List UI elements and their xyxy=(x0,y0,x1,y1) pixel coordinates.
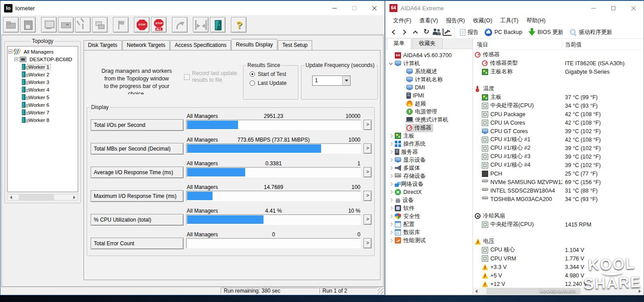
menu-item-3[interactable]: 收藏(O) xyxy=(469,17,496,25)
expander-closed-icon[interactable] xyxy=(388,229,394,235)
tree-item-电源管理[interactable]: 电源管理 xyxy=(386,108,473,116)
stop-test-button[interactable]: STOP xyxy=(134,17,150,33)
tree-item-dmi[interactable]: DMI xyxy=(386,84,473,92)
tree-item-网络设备[interactable]: 网络设备 xyxy=(386,180,473,188)
grid-row-传感器类型[interactable]: 传感器类型ITE IT8620E (ISA A30h) xyxy=(473,59,643,67)
tree-item-软件[interactable]: 软件 xyxy=(386,204,473,212)
grid-row-cpu-1-核心-3[interactable]: CPU #1/核心 #339 °C (102 °F) xyxy=(473,152,643,161)
radio-icon[interactable] xyxy=(250,71,255,77)
chevron-down-icon[interactable] xyxy=(342,76,350,85)
tab-results-display[interactable]: Results Display xyxy=(231,39,277,50)
grid-row-传感器[interactable]: 传感器 xyxy=(473,50,643,59)
minimize-button[interactable] xyxy=(324,1,344,15)
menu-item-1[interactable]: 查看(V) xyxy=(415,17,442,25)
tree-item-数据库[interactable]: 数据库 xyxy=(386,228,473,236)
grid-row-intel-ssdsc2bw180a4[interactable]: INTEL SSDSC2BW180A431 °C (88 °F) xyxy=(473,186,643,195)
tree-item-超频[interactable]: 超频 xyxy=(386,100,473,108)
grid-row-nvme-samsung-mzvpw128[interactable]: NVMe SAMSUNG MZVPW12869 °C (156 °F) xyxy=(473,178,643,186)
tab-network-targets[interactable]: Network Targets xyxy=(122,40,170,50)
stop-all-tests-button[interactable]: STOPALL xyxy=(151,17,167,33)
metric-button-cpu-utilization-total[interactable]: % CPU Utilization (total) xyxy=(91,214,184,226)
metric-button-total-mbs-per-second-decimal[interactable]: Total MBs per Second (Decimal) xyxy=(91,143,184,155)
expander-closed-icon[interactable] xyxy=(388,141,394,147)
menu-item-0[interactable]: 文件(F) xyxy=(389,17,415,25)
users-icon[interactable] xyxy=(432,28,443,37)
duplicate-worker-button[interactable] xyxy=(92,17,108,33)
report-button[interactable]: 报告 xyxy=(458,28,483,36)
save-test-file-button[interactable] xyxy=(20,17,36,33)
expander-closed-icon[interactable] xyxy=(388,181,394,187)
expander-closed-icon[interactable] xyxy=(388,205,394,211)
grid-row-中央处理器-cpu[interactable]: 中央处理器(CPU)34 °C (93 °F) xyxy=(473,101,643,110)
resize-grip[interactable] xyxy=(377,287,384,294)
column-current-value[interactable]: 当前值 xyxy=(565,41,582,49)
tree-item-worker[interactable]: Worker 1 xyxy=(8,63,78,71)
scrollbar-thumb[interactable] xyxy=(486,288,581,294)
expander-closed-icon[interactable] xyxy=(388,133,394,139)
grid-row-3-3-v[interactable]: +3.3 V3.344 V xyxy=(473,263,643,271)
expander-closed-icon[interactable] xyxy=(388,197,394,203)
tree-item-主板[interactable]: 主板 xyxy=(386,132,473,140)
maximize-button[interactable] xyxy=(344,1,364,15)
tree-item-计算机名称[interactable]: 计算机名称 xyxy=(386,76,473,84)
tree-item-worker[interactable]: Worker 2 xyxy=(8,71,78,78)
tree-item-directx[interactable]: DirectX xyxy=(386,188,473,196)
tree-item-manager[interactable]: DESKTOP-BC68D xyxy=(8,55,78,63)
radio-option-last-update[interactable]: Last Update xyxy=(250,80,298,86)
tree-item-all-managers[interactable]: All Managers xyxy=(8,48,78,55)
metric-button-maximum-i-o-response-time-ms[interactable]: Maximum I/O Response Time (ms) xyxy=(91,190,184,202)
record-results-checkbox[interactable] xyxy=(184,74,190,80)
fork-worker-button[interactable] xyxy=(75,17,91,33)
grid-row-cpu-gt-cores[interactable]: CPU GT Cores39 °C (102 °F) xyxy=(473,127,643,135)
tree-item-性能测试[interactable]: 性能测试 xyxy=(386,236,473,244)
expander-closed-icon[interactable] xyxy=(388,221,394,227)
metric-button-total-i-os-per-second[interactable]: Total I/Os per Second xyxy=(91,119,184,131)
metric-button-total-error-count[interactable]: Total Error Count xyxy=(91,238,184,249)
tab-access-specifications[interactable]: Access Specifications xyxy=(170,40,231,50)
panel-tab-收藏夹[interactable]: 收藏夹 xyxy=(412,38,443,49)
grid-row-5-v[interactable]: +5 V4.980 V xyxy=(473,271,643,280)
disconnect-manager-button[interactable] xyxy=(58,17,74,33)
tree-item-多媒体[interactable]: 多媒体 xyxy=(386,164,473,172)
scroll-right-icon[interactable] xyxy=(71,194,78,200)
tree-item-aida64-v5-60-3700[interactable]: AIDA64 v5.60.3700 xyxy=(386,51,473,59)
column-item[interactable]: 项目 xyxy=(477,41,488,49)
topology-horizontal-scrollbar[interactable] xyxy=(7,194,78,201)
grid-row-toshiba-mg03aca200[interactable]: TOSHIBA MG03ACA20034 °C (93 °F) xyxy=(473,195,643,203)
collapse-expander-icon[interactable] xyxy=(8,50,13,54)
tree-item-服务器[interactable]: 服务器 xyxy=(386,148,473,156)
scroll-left-icon[interactable] xyxy=(473,288,480,294)
help-button[interactable] xyxy=(231,17,247,33)
up-icon[interactable] xyxy=(410,28,421,37)
grid-horizontal-scrollbar[interactable] xyxy=(473,288,643,294)
tree-item-便携式计算机[interactable]: 便携式计算机 xyxy=(386,116,473,124)
start-manager-button[interactable] xyxy=(41,17,57,33)
close-button[interactable] xyxy=(364,1,385,15)
tree-item-系统概述[interactable]: 系统概述 xyxy=(386,67,473,76)
scroll-left-icon[interactable] xyxy=(8,194,14,200)
menu-item-5[interactable]: 帮助(H) xyxy=(523,17,549,25)
expander-closed-icon[interactable] xyxy=(388,213,394,219)
grid-row-cpu-1-核心-1[interactable]: CPU #1/核心 #142 °C (108 °F) xyxy=(473,135,643,144)
maximize-button[interactable] xyxy=(603,1,623,15)
grid-row-中央处理器-cpu[interactable]: 中央处理器(CPU)1415 RPM xyxy=(473,220,643,229)
grid-row-电压[interactable]: 电压 xyxy=(473,237,643,246)
pc-backup-button[interactable]: PC Backup xyxy=(483,28,527,36)
start-tests-button[interactable] xyxy=(113,17,129,33)
grid-row-冷却风扇[interactable]: 冷却风扇 xyxy=(473,212,643,220)
driver-update-button[interactable]: 驱动程序更新 xyxy=(568,28,616,36)
grid-row-pch[interactable]: PCH25 °C (77 °F) xyxy=(473,169,643,178)
metric-expand-button[interactable] xyxy=(364,214,372,225)
tree-item-配置[interactable]: 配置 xyxy=(386,220,473,228)
grid-row-温度[interactable]: 温度 xyxy=(473,84,643,93)
grid-row-主板名称[interactable]: 主板名称Gigabyte 9-Series xyxy=(473,67,643,76)
grid-row-cpu-vrm[interactable]: CPU VRM1.776 V xyxy=(473,254,643,263)
tree-item-显示设备[interactable]: 显示设备 xyxy=(386,156,473,164)
update-frequency-select[interactable]: 1 xyxy=(312,76,351,86)
tree-item-设备[interactable]: 设备 xyxy=(386,196,473,204)
menu-item-2[interactable]: 报告(R) xyxy=(442,17,469,25)
tree-item-ipmi[interactable]: IPMI xyxy=(386,92,473,100)
reset-results-button[interactable] xyxy=(172,17,188,33)
tree-item-worker[interactable]: Worker 8 xyxy=(8,116,78,124)
metric-expand-button[interactable] xyxy=(364,191,372,201)
